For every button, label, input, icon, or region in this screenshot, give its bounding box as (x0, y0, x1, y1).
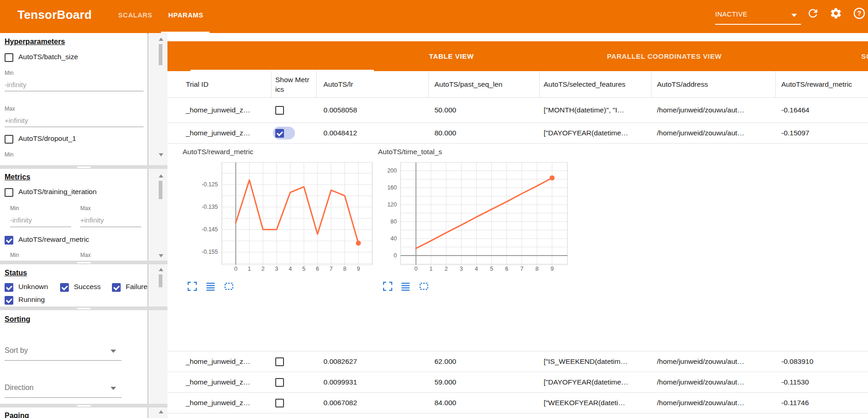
address-cell: /home/junweid/zouwu/aut… (651, 372, 776, 392)
lr-cell: 0.0058058 (317, 98, 429, 123)
sort-by-underline (5, 360, 122, 361)
show-metrics-checkbox[interactable] (275, 399, 284, 407)
scrollbar-thumb[interactable] (159, 44, 162, 65)
row-toggle-icon[interactable] (401, 282, 410, 291)
direction-select[interactable]: Direction (5, 384, 33, 392)
batch-size-label: AutoTS/batch_size (18, 53, 78, 61)
past-seq-len-cell: 50.000 (429, 98, 540, 123)
reward-metric-cell: -0.11746 (776, 393, 868, 413)
sort-by-select[interactable]: Sort by (5, 346, 28, 355)
svg-text:9: 9 (357, 266, 360, 272)
column-header-lr: AutoTS/lr (317, 71, 429, 97)
fullscreen-icon[interactable] (188, 282, 197, 291)
reward-metric-cell: -0.16464 (776, 98, 868, 123)
tensorboard-app: TensorBoard SCALARS HPARAMS INACTIVE ? H… (0, 0, 868, 418)
section-divider[interactable] (0, 261, 167, 264)
scroll-up-arrow[interactable] (159, 174, 163, 178)
show-metrics-cell (272, 123, 317, 143)
scroll-down-arrow[interactable] (159, 153, 163, 156)
min-input[interactable]: -infinity (5, 81, 27, 89)
sorting-heading: Sorting (5, 315, 30, 323)
trial-id-cell: _home_junweid_z… (167, 123, 272, 143)
sidebar-gutter (148, 33, 167, 418)
hyperparameters-section: Hyperparameters AutoTS/batch_size Min -i… (0, 34, 148, 165)
help-icon[interactable]: ? (853, 7, 866, 20)
metrics-heading: Metrics (5, 173, 30, 181)
divider-drag-handle[interactable] (77, 405, 91, 407)
scroll-up-arrow[interactable] (159, 38, 163, 41)
status-running-checkbox[interactable] (5, 296, 13, 305)
status-success-label: Success (74, 283, 101, 291)
show-metrics-checkbox[interactable] (275, 357, 284, 366)
chevron-down-icon[interactable] (111, 350, 116, 353)
svg-text:4: 4 (475, 266, 478, 272)
divider-drag-handle[interactable] (77, 262, 91, 263)
min-label: Min (5, 70, 13, 76)
tab-table-view[interactable]: TABLE VIEW (373, 52, 529, 60)
tab-parallel-coordinates-view[interactable]: PARALLEL COORDINATES VIEW (586, 52, 742, 60)
svg-text:160: 160 (387, 184, 397, 191)
run-status-value: INACTIVE (715, 11, 747, 18)
direction-underline (5, 397, 122, 398)
scrollbar-thumb[interactable] (159, 274, 162, 287)
row-toggle-icon[interactable] (206, 282, 215, 291)
max-input-underline (5, 127, 144, 127)
trial-id-cell: _home_junweid_z… (167, 372, 272, 392)
column-header-selected-features: AutoTS/selected_features (540, 71, 651, 97)
max-input[interactable]: +infinity (5, 117, 28, 124)
status-unknown-checkbox[interactable] (5, 283, 13, 292)
show-metrics-checkbox[interactable] (275, 129, 284, 138)
address-cell: /home/junweid/zouwu/aut… (651, 123, 776, 143)
trial-id-cell: _home_junweid_z… (167, 98, 272, 123)
svg-text:-0.155: -0.155 (202, 249, 218, 255)
svg-text:0: 0 (394, 252, 397, 259)
svg-text:3: 3 (460, 266, 463, 272)
show-metrics-checkbox[interactable] (275, 106, 284, 115)
column-header-address: AutoTS/address (651, 71, 776, 97)
chevron-down-icon[interactable] (111, 387, 116, 390)
marquee-zoom-icon[interactable] (224, 282, 234, 291)
training-iteration-label: AutoTS/training_iteration (18, 188, 97, 196)
section-divider[interactable] (0, 307, 167, 310)
reward-metric-checkbox[interactable] (5, 236, 13, 245)
tab-scalars[interactable]: SCALARS (110, 11, 161, 19)
svg-text:-0.145: -0.145 (202, 226, 218, 233)
run-status-dropdown[interactable]: INACTIVE (715, 11, 801, 23)
svg-text:1: 1 (248, 266, 251, 272)
selected-features-cell: ["WEEKOFYEAR(dateti… (540, 393, 651, 413)
lr-cell: 0.0048412 (317, 123, 429, 143)
tab-hparams[interactable]: HPARAMS (161, 11, 211, 19)
status-failure-checkbox[interactable] (112, 283, 121, 292)
refresh-icon[interactable] (807, 7, 819, 20)
fullscreen-icon[interactable] (383, 282, 392, 291)
active-tab-indicator (161, 32, 210, 33)
svg-text:1: 1 (429, 266, 433, 272)
min-input[interactable]: -infinity (10, 216, 32, 224)
table-row: _home_junweid_z… 0.0067082 84.000 ["WEEK… (167, 393, 868, 413)
show-metrics-checkbox[interactable] (275, 378, 284, 387)
scroll-up-arrow[interactable] (159, 268, 163, 271)
reward-metric-cell: -0.15097 (776, 123, 868, 143)
svg-text:-0.125: -0.125 (202, 181, 218, 188)
scroll-down-arrow[interactable] (159, 254, 163, 257)
dropout-checkbox[interactable] (5, 135, 13, 144)
training-iteration-checkbox[interactable] (5, 188, 13, 197)
past-seq-len-cell: 80.000 (429, 123, 540, 143)
section-divider[interactable] (0, 404, 167, 407)
selected-features-cell: ["MONTH(datetime)", "I… (540, 98, 651, 123)
max-input[interactable]: +infinity (80, 216, 104, 224)
gear-icon[interactable] (829, 7, 842, 20)
section-divider[interactable] (0, 165, 167, 169)
svg-text:-0.135: -0.135 (202, 204, 218, 210)
divider-drag-handle[interactable] (77, 308, 91, 309)
status-success-checkbox[interactable] (60, 283, 69, 292)
divider-drag-handle[interactable] (77, 167, 91, 168)
batch-size-checkbox[interactable] (5, 53, 13, 62)
marquee-zoom-icon[interactable] (419, 282, 428, 291)
column-header-past-seq-len: AutoTS/past_seq_len (429, 71, 540, 97)
tab-scatter-plot-matrix-view[interactable]: SCATTER PLOT MATRIX VIEW (836, 52, 868, 60)
app-title: TensorBoard (17, 8, 92, 22)
svg-text:4: 4 (289, 266, 292, 272)
scroll-up-arrow[interactable] (159, 410, 163, 413)
scrollbar-thumb[interactable] (159, 181, 162, 199)
